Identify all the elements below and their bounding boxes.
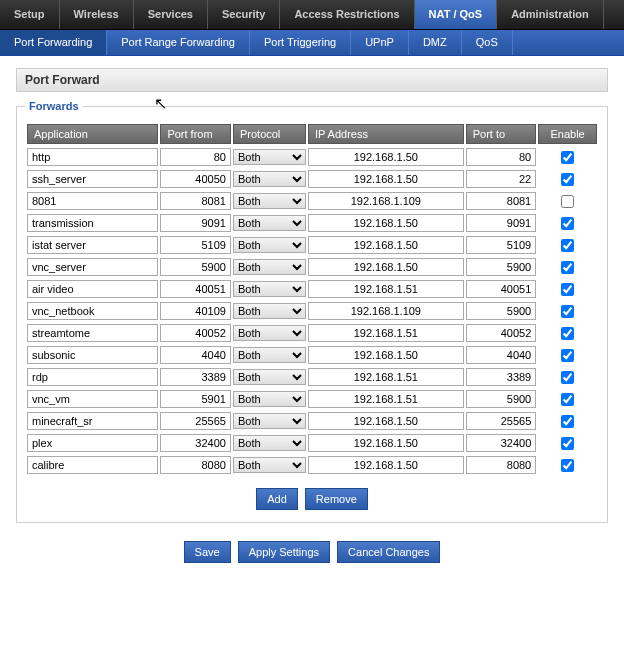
add-button[interactable]: Add xyxy=(256,488,298,510)
enable-checkbox[interactable] xyxy=(561,283,574,296)
sub-tab-qos[interactable]: QoS xyxy=(462,30,513,55)
main-tab-wireless[interactable]: Wireless xyxy=(60,0,134,29)
port-from-input[interactable] xyxy=(160,434,231,452)
protocol-select[interactable]: BothTCPUDP xyxy=(233,281,306,297)
ip-address-input[interactable] xyxy=(308,412,464,430)
port-from-input[interactable] xyxy=(160,390,231,408)
save-button[interactable]: Save xyxy=(184,541,231,563)
port-to-input[interactable] xyxy=(466,456,537,474)
protocol-select[interactable]: BothTCPUDP xyxy=(233,215,306,231)
port-from-input[interactable] xyxy=(160,148,231,166)
port-to-input[interactable] xyxy=(466,324,537,342)
enable-checkbox[interactable] xyxy=(561,239,574,252)
ip-address-input[interactable] xyxy=(308,148,464,166)
port-from-input[interactable] xyxy=(160,236,231,254)
port-from-input[interactable] xyxy=(160,214,231,232)
port-from-input[interactable] xyxy=(160,368,231,386)
ip-address-input[interactable] xyxy=(308,236,464,254)
enable-checkbox[interactable] xyxy=(561,173,574,186)
protocol-select[interactable]: BothTCPUDP xyxy=(233,347,306,363)
port-to-input[interactable] xyxy=(466,192,537,210)
port-from-input[interactable] xyxy=(160,258,231,276)
port-to-input[interactable] xyxy=(466,258,537,276)
sub-tab-port-triggering[interactable]: Port Triggering xyxy=(250,30,351,55)
ip-address-input[interactable] xyxy=(308,280,464,298)
application-input[interactable] xyxy=(27,148,158,166)
ip-address-input[interactable] xyxy=(308,324,464,342)
apply-button[interactable]: Apply Settings xyxy=(238,541,330,563)
protocol-select[interactable]: BothTCPUDP xyxy=(233,391,306,407)
protocol-select[interactable]: BothTCPUDP xyxy=(233,237,306,253)
port-from-input[interactable] xyxy=(160,280,231,298)
port-from-input[interactable] xyxy=(160,170,231,188)
application-input[interactable] xyxy=(27,346,158,364)
enable-checkbox[interactable] xyxy=(561,151,574,164)
port-to-input[interactable] xyxy=(466,148,537,166)
port-to-input[interactable] xyxy=(466,434,537,452)
enable-checkbox[interactable] xyxy=(561,415,574,428)
sub-tab-upnp[interactable]: UPnP xyxy=(351,30,409,55)
application-input[interactable] xyxy=(27,456,158,474)
port-from-input[interactable] xyxy=(160,324,231,342)
enable-checkbox[interactable] xyxy=(561,459,574,472)
enable-checkbox[interactable] xyxy=(561,195,574,208)
port-to-input[interactable] xyxy=(466,390,537,408)
port-to-input[interactable] xyxy=(466,412,537,430)
application-input[interactable] xyxy=(27,434,158,452)
sub-tab-dmz[interactable]: DMZ xyxy=(409,30,462,55)
protocol-select[interactable]: BothTCPUDP xyxy=(233,193,306,209)
protocol-select[interactable]: BothTCPUDP xyxy=(233,259,306,275)
main-tab-nat-qos[interactable]: NAT / QoS xyxy=(415,0,498,29)
main-tab-security[interactable]: Security xyxy=(208,0,280,29)
ip-address-input[interactable] xyxy=(308,302,464,320)
port-to-input[interactable] xyxy=(466,346,537,364)
application-input[interactable] xyxy=(27,390,158,408)
application-input[interactable] xyxy=(27,302,158,320)
port-to-input[interactable] xyxy=(466,302,537,320)
protocol-select[interactable]: BothTCPUDP xyxy=(233,457,306,473)
application-input[interactable] xyxy=(27,192,158,210)
port-to-input[interactable] xyxy=(466,368,537,386)
port-from-input[interactable] xyxy=(160,302,231,320)
application-input[interactable] xyxy=(27,324,158,342)
enable-checkbox[interactable] xyxy=(561,349,574,362)
port-to-input[interactable] xyxy=(466,170,537,188)
port-to-input[interactable] xyxy=(466,236,537,254)
main-tab-access-restrictions[interactable]: Access Restrictions xyxy=(280,0,414,29)
application-input[interactable] xyxy=(27,368,158,386)
protocol-select[interactable]: BothTCPUDP xyxy=(233,325,306,341)
ip-address-input[interactable] xyxy=(308,214,464,232)
application-input[interactable] xyxy=(27,236,158,254)
ip-address-input[interactable] xyxy=(308,368,464,386)
enable-checkbox[interactable] xyxy=(561,393,574,406)
protocol-select[interactable]: BothTCPUDP xyxy=(233,171,306,187)
ip-address-input[interactable] xyxy=(308,170,464,188)
ip-address-input[interactable] xyxy=(308,456,464,474)
port-from-input[interactable] xyxy=(160,192,231,210)
enable-checkbox[interactable] xyxy=(561,437,574,450)
port-to-input[interactable] xyxy=(466,280,537,298)
ip-address-input[interactable] xyxy=(308,390,464,408)
ip-address-input[interactable] xyxy=(308,258,464,276)
protocol-select[interactable]: BothTCPUDP xyxy=(233,149,306,165)
enable-checkbox[interactable] xyxy=(561,327,574,340)
sub-tab-port-forwarding[interactable]: Port Forwarding xyxy=(0,30,107,55)
application-input[interactable] xyxy=(27,170,158,188)
application-input[interactable] xyxy=(27,258,158,276)
remove-button[interactable]: Remove xyxy=(305,488,368,510)
sub-tab-port-range-forwarding[interactable]: Port Range Forwarding xyxy=(107,30,250,55)
enable-checkbox[interactable] xyxy=(561,261,574,274)
port-to-input[interactable] xyxy=(466,214,537,232)
ip-address-input[interactable] xyxy=(308,346,464,364)
enable-checkbox[interactable] xyxy=(561,305,574,318)
application-input[interactable] xyxy=(27,280,158,298)
application-input[interactable] xyxy=(27,412,158,430)
port-from-input[interactable] xyxy=(160,346,231,364)
protocol-select[interactable]: BothTCPUDP xyxy=(233,303,306,319)
enable-checkbox[interactable] xyxy=(561,371,574,384)
main-tab-services[interactable]: Services xyxy=(134,0,208,29)
main-tab-setup[interactable]: Setup xyxy=(0,0,60,29)
ip-address-input[interactable] xyxy=(308,434,464,452)
port-from-input[interactable] xyxy=(160,456,231,474)
protocol-select[interactable]: BothTCPUDP xyxy=(233,435,306,451)
